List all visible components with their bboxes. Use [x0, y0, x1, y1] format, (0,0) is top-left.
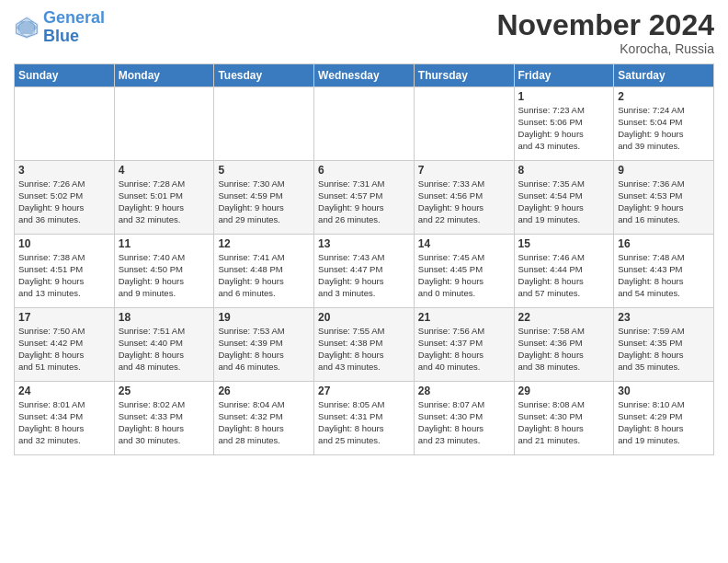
calendar-cell: 14Sunrise: 7:45 AM Sunset: 4:45 PM Dayli… — [414, 235, 514, 308]
page: General Blue November 2024 Korocha, Russ… — [0, 0, 728, 563]
day-info: Sunrise: 7:41 AM Sunset: 4:48 PM Dayligh… — [218, 252, 310, 299]
calendar-cell — [314, 87, 415, 161]
calendar-cell: 16Sunrise: 7:48 AM Sunset: 4:43 PM Dayli… — [614, 235, 714, 308]
day-number: 11 — [119, 237, 210, 250]
day-info: Sunrise: 7:40 AM Sunset: 4:50 PM Dayligh… — [119, 252, 210, 299]
weekday-header: Saturday — [614, 64, 714, 87]
day-number: 29 — [518, 385, 610, 397]
day-number: 24 — [18, 385, 110, 397]
day-number: 3 — [18, 164, 110, 177]
day-info: Sunrise: 7:28 AM Sunset: 5:01 PM Dayligh… — [119, 178, 210, 225]
calendar-cell: 4Sunrise: 7:28 AM Sunset: 5:01 PM Daylig… — [114, 161, 214, 235]
calendar-cell: 28Sunrise: 8:07 AM Sunset: 4:30 PM Dayli… — [414, 382, 514, 455]
day-number: 25 — [119, 385, 210, 397]
day-info: Sunrise: 8:01 AM Sunset: 4:34 PM Dayligh… — [18, 399, 110, 446]
day-info: Sunrise: 8:04 AM Sunset: 4:32 PM Dayligh… — [218, 399, 310, 446]
calendar-cell: 10Sunrise: 7:38 AM Sunset: 4:51 PM Dayli… — [15, 235, 115, 308]
day-number: 8 — [518, 164, 610, 177]
day-info: Sunrise: 7:51 AM Sunset: 4:40 PM Dayligh… — [119, 326, 210, 373]
calendar-cell: 18Sunrise: 7:51 AM Sunset: 4:40 PM Dayli… — [114, 308, 214, 382]
calendar-table: SundayMondayTuesdayWednesdayThursdayFrid… — [14, 63, 714, 455]
calendar-row: 3Sunrise: 7:26 AM Sunset: 5:02 PM Daylig… — [15, 161, 714, 235]
calendar-cell: 17Sunrise: 7:50 AM Sunset: 4:42 PM Dayli… — [15, 308, 115, 382]
day-number: 30 — [618, 385, 710, 397]
day-number: 21 — [418, 311, 510, 324]
calendar-cell: 6Sunrise: 7:31 AM Sunset: 4:57 PM Daylig… — [314, 161, 415, 235]
weekday-header: Friday — [514, 64, 614, 87]
day-info: Sunrise: 8:05 AM Sunset: 4:31 PM Dayligh… — [318, 399, 410, 446]
day-number: 19 — [218, 311, 310, 324]
day-info: Sunrise: 7:30 AM Sunset: 4:59 PM Dayligh… — [218, 178, 310, 225]
day-number: 9 — [618, 164, 710, 177]
day-info: Sunrise: 8:10 AM Sunset: 4:29 PM Dayligh… — [618, 399, 710, 446]
day-info: Sunrise: 7:50 AM Sunset: 4:42 PM Dayligh… — [18, 326, 110, 373]
day-number: 2 — [618, 90, 710, 103]
calendar-cell: 7Sunrise: 7:33 AM Sunset: 4:56 PM Daylig… — [414, 161, 514, 235]
day-number: 1 — [518, 90, 610, 103]
day-info: Sunrise: 7:43 AM Sunset: 4:47 PM Dayligh… — [318, 252, 410, 299]
location: Korocha, Russia — [496, 41, 714, 56]
calendar-cell — [114, 87, 214, 161]
calendar-cell: 5Sunrise: 7:30 AM Sunset: 4:59 PM Daylig… — [214, 161, 314, 235]
calendar-cell: 21Sunrise: 7:56 AM Sunset: 4:37 PM Dayli… — [414, 308, 514, 382]
calendar-row: 10Sunrise: 7:38 AM Sunset: 4:51 PM Dayli… — [15, 235, 714, 308]
day-info: Sunrise: 7:45 AM Sunset: 4:45 PM Dayligh… — [418, 252, 510, 299]
logo-line1: General — [43, 8, 105, 27]
day-number: 27 — [318, 385, 410, 397]
calendar-cell: 13Sunrise: 7:43 AM Sunset: 4:47 PM Dayli… — [314, 235, 415, 308]
day-info: Sunrise: 7:59 AM Sunset: 4:35 PM Dayligh… — [618, 326, 710, 373]
calendar-cell — [15, 87, 115, 161]
calendar-cell: 24Sunrise: 8:01 AM Sunset: 4:34 PM Dayli… — [15, 382, 115, 455]
calendar-cell: 2Sunrise: 7:24 AM Sunset: 5:04 PM Daylig… — [614, 87, 714, 161]
header: General Blue November 2024 Korocha, Russ… — [14, 9, 714, 56]
day-info: Sunrise: 7:31 AM Sunset: 4:57 PM Dayligh… — [318, 178, 410, 225]
day-info: Sunrise: 7:55 AM Sunset: 4:38 PM Dayligh… — [318, 326, 410, 373]
day-number: 10 — [18, 237, 110, 250]
logo-text: General Blue — [43, 9, 105, 46]
calendar-cell: 11Sunrise: 7:40 AM Sunset: 4:50 PM Dayli… — [114, 235, 214, 308]
calendar-header-row: SundayMondayTuesdayWednesdayThursdayFrid… — [15, 64, 714, 87]
day-info: Sunrise: 7:48 AM Sunset: 4:43 PM Dayligh… — [618, 252, 710, 299]
calendar-cell: 22Sunrise: 7:58 AM Sunset: 4:36 PM Dayli… — [514, 308, 614, 382]
day-info: Sunrise: 7:38 AM Sunset: 4:51 PM Dayligh… — [18, 252, 110, 299]
logo-icon — [14, 15, 40, 40]
logo-line2: Blue — [43, 28, 105, 46]
day-number: 14 — [418, 237, 510, 250]
calendar-cell: 8Sunrise: 7:35 AM Sunset: 4:54 PM Daylig… — [514, 161, 614, 235]
day-info: Sunrise: 7:35 AM Sunset: 4:54 PM Dayligh… — [518, 178, 610, 225]
day-info: Sunrise: 8:08 AM Sunset: 4:30 PM Dayligh… — [518, 399, 610, 446]
day-info: Sunrise: 7:36 AM Sunset: 4:53 PM Dayligh… — [618, 178, 710, 225]
calendar-cell: 30Sunrise: 8:10 AM Sunset: 4:29 PM Dayli… — [614, 382, 714, 455]
calendar-cell: 15Sunrise: 7:46 AM Sunset: 4:44 PM Dayli… — [514, 235, 614, 308]
day-info: Sunrise: 7:23 AM Sunset: 5:06 PM Dayligh… — [518, 105, 610, 152]
calendar-cell — [414, 87, 514, 161]
day-number: 22 — [518, 311, 610, 324]
calendar-cell: 20Sunrise: 7:55 AM Sunset: 4:38 PM Dayli… — [314, 308, 415, 382]
calendar-cell: 19Sunrise: 7:53 AM Sunset: 4:39 PM Dayli… — [214, 308, 314, 382]
weekday-header: Thursday — [414, 64, 514, 87]
day-number: 17 — [18, 311, 110, 324]
day-info: Sunrise: 7:56 AM Sunset: 4:37 PM Dayligh… — [418, 326, 510, 373]
day-number: 4 — [119, 164, 210, 177]
title-block: November 2024 Korocha, Russia — [496, 9, 714, 56]
calendar-cell: 12Sunrise: 7:41 AM Sunset: 4:48 PM Dayli… — [214, 235, 314, 308]
day-info: Sunrise: 7:24 AM Sunset: 5:04 PM Dayligh… — [618, 105, 710, 152]
day-number: 12 — [218, 237, 310, 250]
calendar-cell — [214, 87, 314, 161]
day-number: 15 — [518, 237, 610, 250]
calendar-row: 1Sunrise: 7:23 AM Sunset: 5:06 PM Daylig… — [15, 87, 714, 161]
day-info: Sunrise: 7:58 AM Sunset: 4:36 PM Dayligh… — [518, 326, 610, 373]
day-info: Sunrise: 7:53 AM Sunset: 4:39 PM Dayligh… — [218, 326, 310, 373]
weekday-header: Monday — [114, 64, 214, 87]
day-number: 28 — [418, 385, 510, 397]
day-number: 20 — [318, 311, 410, 324]
day-number: 5 — [218, 164, 310, 177]
logo: General Blue — [14, 9, 105, 46]
day-number: 7 — [418, 164, 510, 177]
day-number: 6 — [318, 164, 410, 177]
calendar-cell: 3Sunrise: 7:26 AM Sunset: 5:02 PM Daylig… — [15, 161, 115, 235]
calendar-cell: 9Sunrise: 7:36 AM Sunset: 4:53 PM Daylig… — [614, 161, 714, 235]
day-info: Sunrise: 7:33 AM Sunset: 4:56 PM Dayligh… — [418, 178, 510, 225]
calendar-cell: 26Sunrise: 8:04 AM Sunset: 4:32 PM Dayli… — [214, 382, 314, 455]
day-number: 26 — [218, 385, 310, 397]
